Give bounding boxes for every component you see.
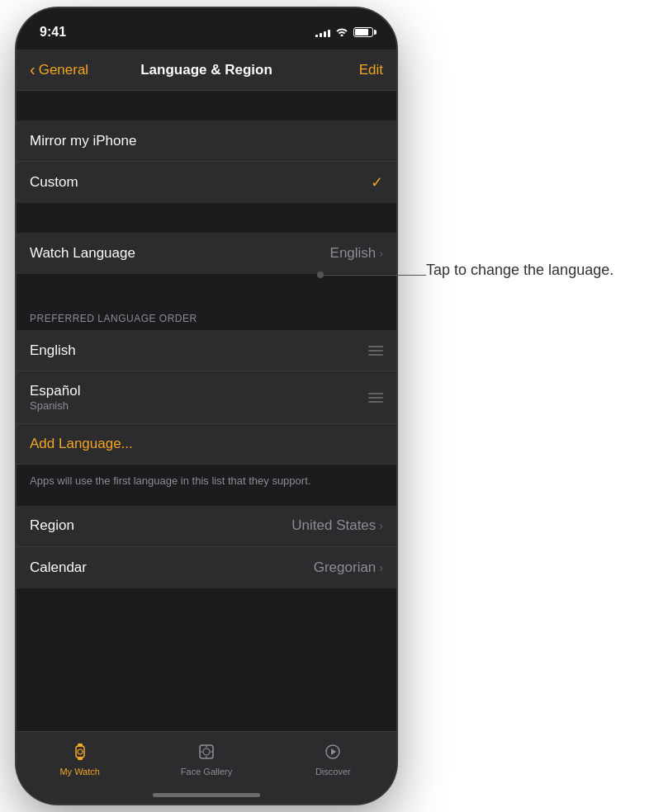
signal-icon [315, 27, 330, 37]
gap-4 [17, 498, 396, 506]
custom-label: Custom [30, 174, 78, 191]
status-time: 9:41 [40, 25, 66, 40]
tab-my-watch-label: My Watch [59, 767, 100, 777]
annotation-line [319, 275, 426, 276]
mirror-iphone-label: Mirror my iPhone [30, 133, 136, 149]
tab-face-gallery[interactable]: Face Gallery [143, 740, 269, 777]
watch-language-section: Watch Language English › [17, 233, 396, 274]
svg-rect-2 [78, 757, 83, 760]
calendar-label: Calendar [30, 559, 87, 576]
calendar-value: Gregorian [314, 559, 377, 576]
region-label: Region [30, 517, 74, 534]
add-language-row[interactable]: Add Language... [17, 424, 396, 465]
calendar-row[interactable]: Calendar Gregorian › [17, 547, 396, 588]
tab-my-watch[interactable]: My Watch [17, 740, 143, 777]
language-english-label: English [30, 342, 76, 359]
annotation-text: Tap to change the language. [426, 262, 613, 278]
page-title: Language & Region [140, 62, 272, 78]
top-gap [17, 91, 396, 120]
footer-note-text: Apps will use the first language in this… [30, 474, 310, 487]
footer-note: Apps will use the first language in this… [17, 465, 396, 498]
mirror-section: Mirror my iPhone Custom ✓ [17, 120, 396, 203]
region-value: United States [291, 517, 376, 534]
watch-language-value-group: English › [330, 245, 383, 262]
tab-discover[interactable]: Discover [270, 740, 396, 777]
region-chevron-icon: › [379, 519, 383, 532]
status-bar: 9:41 [17, 8, 396, 50]
tab-face-gallery-label: Face Gallery [181, 767, 232, 777]
calendar-value-group: Gregorian › [314, 559, 383, 576]
watch-language-label: Watch Language [30, 245, 135, 262]
svg-point-5 [203, 748, 210, 755]
add-language-label: Add Language... [30, 436, 133, 451]
gap-3 [17, 274, 396, 304]
home-indicator [153, 793, 260, 797]
my-watch-icon [69, 740, 92, 763]
nav-bar: ‹ General Language & Region Edit [17, 50, 396, 91]
language-espanol-label: Español [30, 383, 80, 399]
language-list: English Español [17, 330, 396, 465]
watch-language-value: English [330, 245, 377, 262]
custom-row[interactable]: Custom ✓ [17, 162, 396, 203]
back-button[interactable]: ‹ General [30, 60, 88, 79]
gap-2 [17, 203, 396, 233]
edit-button[interactable]: Edit [359, 62, 383, 78]
bottom-gap [17, 588, 396, 671]
region-value-group: United States › [291, 517, 383, 534]
calendar-chevron-icon: › [379, 561, 383, 574]
language-item-english[interactable]: English [17, 330, 396, 371]
face-gallery-icon [195, 740, 218, 763]
status-icons [315, 26, 373, 39]
tab-discover-label: Discover [315, 767, 351, 777]
back-chevron-icon: ‹ [30, 60, 36, 79]
annotation: Tap to change the language. [426, 260, 624, 281]
phone-frame: 9:41 [17, 8, 396, 804]
wifi-icon [335, 26, 348, 39]
svg-marker-11 [331, 748, 336, 755]
mirror-iphone-row[interactable]: Mirror my iPhone [17, 120, 396, 162]
watch-language-row[interactable]: Watch Language English › [17, 233, 396, 274]
discover-icon [321, 740, 344, 763]
preferred-order-header: PREFERRED LANGUAGE ORDER [17, 304, 396, 330]
svg-point-3 [78, 749, 83, 754]
region-row[interactable]: Region United States › [17, 506, 396, 547]
checkmark-icon: ✓ [371, 173, 383, 191]
scrollable-content: Mirror my iPhone Custom ✓ Watch Language [17, 91, 396, 804]
reorder-handle-espanol[interactable] [368, 393, 383, 403]
phone-inner: ‹ General Language & Region Edit Mirror … [17, 50, 396, 804]
svg-rect-1 [78, 744, 83, 747]
preferred-order-header-text: PREFERRED LANGUAGE ORDER [30, 313, 197, 324]
battery-icon [353, 27, 373, 37]
language-espanol-sublabel: Spanish [30, 399, 80, 412]
language-item-espanol[interactable]: Español Spanish [17, 371, 396, 424]
region-section: Region United States › Calendar Gregoria… [17, 506, 396, 588]
back-label: General [39, 62, 88, 78]
reorder-handle-english[interactable] [368, 346, 383, 356]
scene: 9:41 [0, 0, 649, 812]
watch-language-chevron-icon: › [379, 247, 383, 260]
